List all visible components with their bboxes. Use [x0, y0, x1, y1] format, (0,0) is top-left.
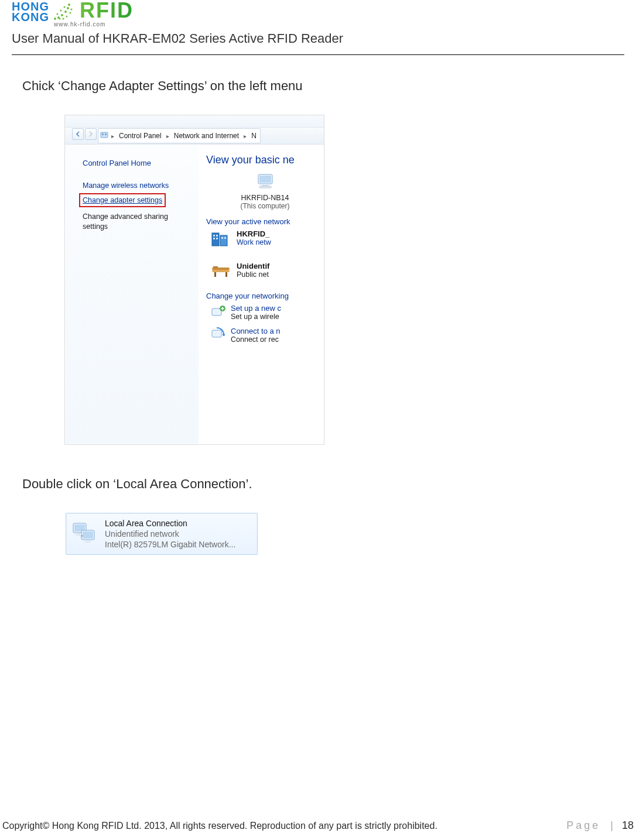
svg-rect-30 — [212, 270, 230, 272]
option-connect-network[interactable]: Connect to a n Connect or rec — [211, 327, 324, 344]
breadcrumb-item-control-panel[interactable]: Control Panel — [119, 132, 162, 140]
svg-point-13 — [71, 9, 73, 11]
logo-row: HONG KONG RFID — [12, 0, 624, 22]
svg-point-37 — [223, 334, 225, 336]
network-name-unidentified: Unidentif — [237, 262, 269, 270]
manual-title: User Manual of HKRAR-EM02 Series Active … — [12, 31, 624, 46]
chevron-right-icon: ▸ — [166, 133, 169, 139]
svg-rect-23 — [213, 235, 215, 236]
document-page: HONG KONG RFID www.hk-rfid.com User Manu… — [0, 0, 636, 840]
svg-rect-15 — [102, 133, 104, 135]
network-adapter-icon — [71, 520, 99, 548]
change-advanced-sharing-link[interactable]: Change advanced sharing settings — [83, 212, 192, 232]
svg-rect-36 — [212, 330, 221, 337]
instruction-1: Chick ‘Change Adapter Settings’ on the l… — [22, 78, 624, 94]
page-number: 18 — [622, 820, 634, 831]
svg-point-12 — [70, 12, 71, 14]
svg-rect-18 — [259, 176, 271, 183]
window-body: Control Panel Home Manage wireless netwo… — [65, 145, 324, 445]
rfid-dots-icon — [52, 1, 75, 22]
change-adapter-settings-link[interactable]: Change adapter settings — [79, 193, 166, 207]
computer-name-label: HKRFID-NB14 — [206, 194, 324, 202]
network-row-work: HKRFID_ Work netw — [210, 229, 324, 251]
lac-text-block: Local Area Connection Unidentified netwo… — [105, 518, 235, 550]
svg-rect-42 — [76, 534, 81, 536]
svg-point-11 — [66, 16, 68, 18]
svg-point-5 — [68, 4, 70, 6]
svg-point-3 — [64, 11, 67, 13]
control-panel-home-link[interactable]: Control Panel Home — [83, 159, 192, 167]
header-divider — [12, 54, 624, 55]
breadcrumb-item-network-internet[interactable]: Network and Internet — [174, 132, 239, 140]
network-name-work: HKRFID_ — [237, 229, 271, 238]
manage-wireless-link[interactable]: Manage wireless networks — [83, 180, 192, 191]
svg-rect-26 — [216, 238, 218, 239]
network-row-unidentified: Unidentif Public net — [210, 262, 324, 281]
svg-rect-29 — [212, 268, 230, 270]
work-network-icon — [210, 229, 231, 251]
svg-rect-43 — [85, 541, 91, 543]
svg-rect-16 — [105, 133, 107, 135]
option-connect-sub: Connect or rec — [231, 335, 281, 344]
svg-point-9 — [59, 18, 61, 20]
right-content-pane: View your basic ne HKRFID-NB14 (This com… — [199, 145, 324, 445]
svg-rect-32 — [225, 272, 227, 277]
page-number-block: Page | 18 — [566, 820, 634, 832]
breadcrumb-bar: ▸ Control Panel ▸ Network and Internet ▸… — [65, 128, 324, 145]
window-titlebar-strip — [65, 115, 324, 128]
svg-point-10 — [63, 18, 64, 20]
logo-rfid-text: RFID — [80, 1, 134, 20]
public-network-icon — [210, 262, 231, 281]
svg-rect-27 — [221, 237, 223, 239]
page-label: Page — [566, 820, 600, 831]
svg-rect-21 — [212, 233, 219, 246]
logo-subtext: www.hk-rfid.com — [54, 21, 624, 28]
network-type-public: Public net — [237, 270, 269, 279]
copyright-text: Copyright© Hong Kong RFID Ltd. 2013, All… — [2, 821, 437, 831]
svg-rect-25 — [213, 238, 215, 239]
svg-point-2 — [61, 14, 63, 16]
svg-rect-22 — [220, 235, 227, 246]
nav-back-button[interactable] — [72, 128, 84, 140]
svg-point-0 — [54, 18, 56, 20]
lac-device: Intel(R) 82579LM Gigabit Network... — [105, 539, 235, 550]
breadcrumb-frame[interactable]: ▸ Control Panel ▸ Network and Internet ▸… — [98, 128, 261, 143]
svg-rect-28 — [224, 237, 226, 239]
option-setup-title: Set up a new c — [231, 304, 281, 313]
nav-forward-button[interactable] — [85, 128, 97, 140]
instruction-2: Double click on ‘Local Area Connection’. — [22, 476, 624, 492]
svg-point-4 — [67, 7, 69, 9]
svg-rect-24 — [216, 235, 218, 236]
network-info-unidentified: Unidentif Public net — [237, 262, 269, 279]
screenshot-network-center: ▸ Control Panel ▸ Network and Internet ▸… — [64, 115, 324, 445]
breadcrumb-item-partial[interactable]: N — [251, 132, 257, 140]
this-computer-block: HKRFID-NB14 (This computer) — [206, 172, 324, 210]
svg-rect-14 — [101, 132, 108, 138]
network-info-work: HKRFID_ Work netw — [237, 229, 271, 246]
connect-network-icon — [211, 327, 226, 342]
setup-connection-icon — [211, 304, 226, 320]
svg-rect-33 — [213, 266, 218, 268]
network-type-work[interactable]: Work netw — [237, 238, 271, 246]
this-computer-label: (This computer) — [206, 202, 324, 210]
heading-basic-network: View your basic ne — [206, 154, 324, 166]
lac-title: Local Area Connection — [105, 518, 235, 529]
lac-status: Unidentified network — [105, 529, 235, 539]
svg-rect-41 — [83, 532, 93, 539]
svg-point-6 — [57, 13, 59, 15]
left-sidebar: Control Panel Home Manage wireless netwo… — [65, 145, 199, 445]
control-panel-icon — [100, 131, 108, 139]
option-setup-new[interactable]: Set up a new c Set up a wirele — [211, 304, 324, 321]
computer-icon — [206, 172, 324, 193]
option-setup-sub: Set up a wirele — [231, 313, 281, 321]
page-separator: | — [610, 820, 613, 831]
svg-rect-31 — [214, 272, 216, 277]
svg-point-7 — [60, 10, 62, 12]
chevron-right-icon: ▸ — [244, 133, 247, 139]
logo-hongkong: HONG KONG — [12, 1, 49, 22]
screenshot-local-area-connection[interactable]: Local Area Connection Unidentified netwo… — [66, 513, 258, 555]
heading-active-networks: View your active network — [206, 217, 324, 226]
svg-rect-20 — [259, 186, 271, 188]
page-footer: Copyright© Hong Kong RFID Ltd. 2013, All… — [2, 820, 634, 832]
heading-change-networking: Change your networking — [206, 292, 324, 300]
